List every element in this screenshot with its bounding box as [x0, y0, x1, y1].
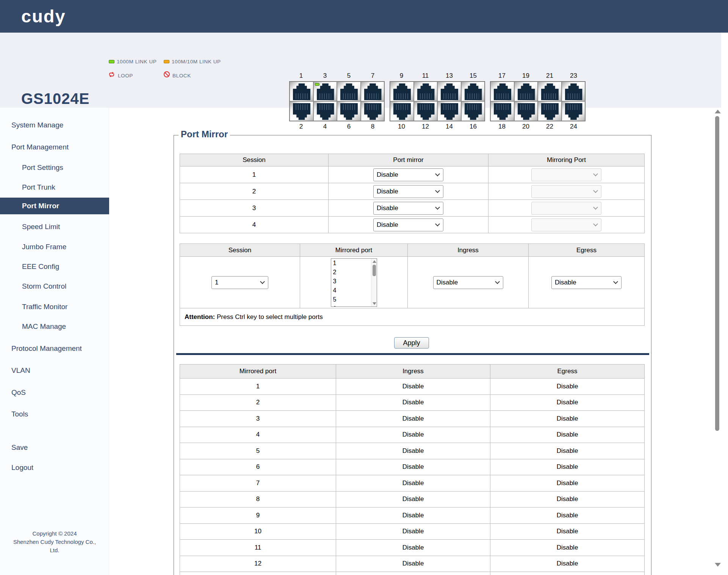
- mirroring-port-select-1[interactable]: [531, 168, 601, 181]
- ingress-status: Disable: [336, 556, 490, 572]
- table-row: 9DisableDisable: [180, 507, 645, 524]
- port-jack-18: [490, 101, 514, 121]
- sidebar-item-port-mirror[interactable]: Port Mirror: [0, 198, 109, 214]
- sidebar-item-protocol-management[interactable]: Protocol Management: [0, 340, 109, 357]
- port-jack-19: [514, 82, 538, 101]
- sidebar-nav: System Manage Port Management Port Setti…: [0, 108, 109, 575]
- listbox-option[interactable]: 6: [331, 304, 377, 307]
- egress-select[interactable]: Disable: [551, 276, 622, 289]
- attention-label: Attention:: [185, 313, 215, 320]
- mirror-config-table: Session Mirrored port Ingress Egress 1 1…: [180, 244, 645, 326]
- table-row-clipped: [180, 572, 645, 575]
- sidebar-item-logout[interactable]: Logout: [0, 459, 109, 476]
- column-header-egress: Egress: [490, 364, 645, 379]
- sidebar-item-vlan[interactable]: VLAN: [0, 362, 109, 379]
- chevron-down-icon: [435, 171, 440, 176]
- port-number-cell: 12: [180, 556, 336, 572]
- listbox-option[interactable]: 2: [331, 268, 377, 277]
- scroll-down-icon[interactable]: [715, 563, 721, 567]
- link-up-led: [315, 83, 319, 86]
- mirroring-port-select-4[interactable]: [531, 218, 601, 231]
- port-jack-5: [337, 82, 361, 101]
- listbox-option[interactable]: 1: [331, 259, 377, 268]
- port-number: 6: [337, 123, 361, 130]
- link-1000m-led-icon: [109, 60, 114, 63]
- port-mirror-select-2[interactable]: Disable: [373, 185, 443, 198]
- mirroring-port-select-3[interactable]: [531, 202, 601, 215]
- mirrored-port-listbox[interactable]: 1 2 3 4 5 6: [331, 258, 377, 307]
- sidebar-item-tools[interactable]: Tools: [0, 406, 109, 423]
- session-select[interactable]: 1: [211, 276, 268, 289]
- port-mirror-select-3[interactable]: Disable: [373, 202, 443, 215]
- port-number-cell: 10: [180, 523, 336, 540]
- scrollbar-thumb[interactable]: [715, 116, 719, 431]
- sidebar-item-mac-manage[interactable]: MAC Manage: [0, 318, 109, 335]
- port-number: 15: [461, 72, 485, 81]
- mirroring-port-select-2[interactable]: [531, 185, 601, 198]
- sidebar-item-port-management[interactable]: Port Management: [0, 139, 109, 156]
- sidebar-item-eee-config[interactable]: EEE Config: [0, 258, 109, 275]
- scroll-up-icon[interactable]: [373, 260, 376, 263]
- session-id: 4: [180, 217, 329, 233]
- listbox-option[interactable]: 5: [331, 295, 377, 304]
- scroll-up-icon[interactable]: [715, 110, 721, 113]
- selected-value: Disable: [437, 279, 458, 286]
- port-jack-14: [437, 101, 461, 121]
- egress-status: Disable: [490, 379, 645, 395]
- ingress-status: Disable: [336, 459, 490, 475]
- port-number-cell: 1: [180, 379, 336, 395]
- port-numbers-bottom: 10 12 14 16: [390, 121, 485, 130]
- sidebar-item-qos[interactable]: QoS: [0, 384, 109, 401]
- listbox-option[interactable]: 3: [331, 277, 377, 286]
- egress-status: Disable: [490, 507, 645, 524]
- egress-status: Disable: [490, 427, 645, 443]
- port-number: 19: [514, 72, 538, 81]
- egress-status: Disable: [490, 394, 645, 411]
- sidebar-item-port-trunk[interactable]: Port Trunk: [0, 179, 109, 196]
- table-row: 10DisableDisable: [180, 523, 645, 540]
- block-icon: [163, 71, 170, 78]
- port-number: 23: [562, 72, 586, 81]
- table-row: 4 Disable: [180, 217, 645, 233]
- sidebar-item-storm-control[interactable]: Storm Control: [0, 278, 109, 295]
- ingress-status: Disable: [336, 491, 490, 507]
- port-number: 5: [337, 72, 361, 81]
- port-number-cell: 9: [180, 507, 336, 524]
- port-mirror-select-1[interactable]: Disable: [373, 168, 443, 181]
- table-row: 8DisableDisable: [180, 491, 645, 507]
- listbox-scrollbar[interactable]: [371, 259, 377, 306]
- scrollbar-thumb[interactable]: [373, 265, 376, 276]
- sidebar-item-system-manage[interactable]: System Manage: [0, 117, 109, 134]
- chevron-down-icon: [260, 279, 265, 284]
- attention-note: Attention: Press Ctrl key to select mult…: [180, 308, 645, 326]
- column-header-session: Session: [180, 154, 329, 167]
- egress-status: Disable: [490, 411, 645, 427]
- port-number: 18: [490, 123, 514, 130]
- selected-value: Disable: [377, 204, 398, 212]
- apply-button[interactable]: Apply: [394, 337, 429, 349]
- mirror-status-table: Mirrored port Ingress Egress 1DisableDis…: [180, 364, 645, 575]
- listbox-option[interactable]: 4: [331, 286, 377, 295]
- ingress-select[interactable]: Disable: [433, 276, 503, 289]
- sidebar-item-jumbo-frame[interactable]: Jumbo Frame: [0, 239, 109, 255]
- port-mirror-select-4[interactable]: Disable: [373, 218, 443, 231]
- sidebar-item-traffic-monitor[interactable]: Traffic Monitor: [0, 298, 109, 315]
- sidebar-item-port-settings[interactable]: Port Settings: [0, 159, 109, 176]
- port-jack-20: [514, 101, 538, 121]
- ingress-status: Disable: [336, 427, 490, 443]
- port-numbers-bottom: 18 20 22 24: [490, 121, 586, 130]
- sidebar-item-save[interactable]: Save: [0, 439, 109, 456]
- link-100m-led-icon: [164, 60, 169, 63]
- column-header-port-mirror: Port mirror: [329, 154, 488, 167]
- port-number-cell: 6: [180, 459, 336, 475]
- port-jack-11: [414, 82, 438, 101]
- port-jack-13: [437, 82, 461, 101]
- port-jack-12: [414, 101, 438, 121]
- copyright-line: Shenzhen Cudy Technology Co.,: [0, 538, 109, 546]
- port-number: 17: [490, 72, 514, 81]
- table-row: 4DisableDisable: [180, 427, 645, 443]
- scroll-down-icon[interactable]: [373, 302, 376, 305]
- sidebar-item-speed-limit[interactable]: Speed Limit: [0, 218, 109, 235]
- ingress-status: Disable: [336, 507, 490, 524]
- port-number: 9: [390, 72, 413, 81]
